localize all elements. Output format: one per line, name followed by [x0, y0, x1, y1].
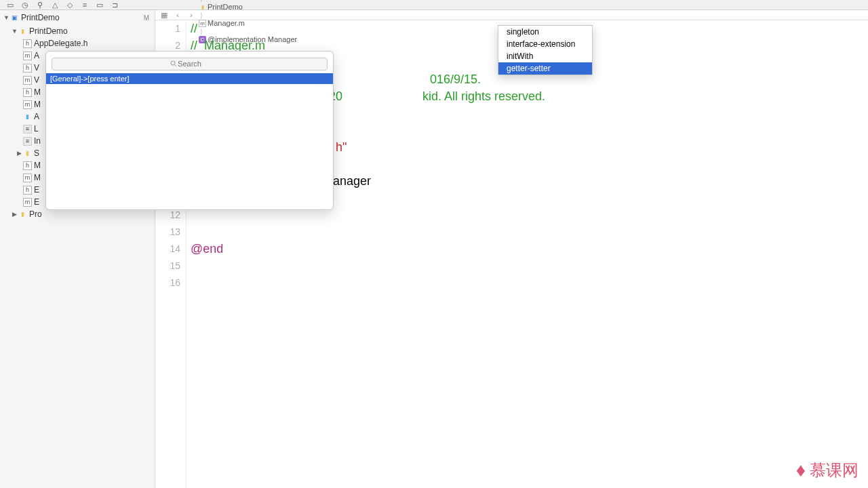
h-icon: h	[23, 161, 32, 170]
file-name: M	[34, 173, 41, 182]
warning-icon[interactable]: △	[50, 1, 60, 9]
watermark: ♦ 慕课网	[796, 460, 859, 481]
bluefolder-icon: ▮	[23, 113, 32, 121]
folder-icon: ▮	[199, 3, 206, 11]
file-row[interactable]: hAppDelegate.h	[0, 37, 155, 49]
h-icon: h	[23, 88, 32, 97]
h-icon: h	[23, 39, 32, 48]
file-name: A	[34, 51, 39, 60]
folder-icon: ▮	[18, 210, 27, 219]
file-name: In	[34, 136, 41, 146]
file-name: A	[34, 112, 39, 121]
group-row[interactable]: ▼ ▮ PrintDemo	[0, 25, 155, 37]
disclosure-icon[interactable]: ▼	[11, 28, 18, 35]
disclosure-icon[interactable]: ▶	[16, 150, 23, 157]
file-name: E	[34, 197, 39, 207]
file-name: M	[34, 87, 41, 97]
project-name: PrintDemo	[21, 13, 60, 22]
folder-icon[interactable]: ▭	[5, 1, 15, 9]
modification-badge: M	[144, 14, 149, 22]
bars-icon[interactable]: ≡	[80, 1, 90, 9]
project-icon: ▣	[10, 14, 19, 22]
file-name: E	[34, 185, 39, 195]
clock-icon[interactable]: ◷	[20, 1, 30, 9]
file-name: L	[34, 124, 39, 134]
nib-icon: ≡	[23, 125, 32, 134]
m-icon: m	[23, 198, 32, 207]
autocomplete-popup: singletoninterface-extensioninitWithgett…	[498, 25, 593, 75]
autocomplete-item[interactable]: initWith	[498, 50, 592, 62]
search-input[interactable]	[52, 58, 328, 70]
diamond-icon[interactable]: ◇	[65, 1, 75, 9]
folder-icon: ▮	[18, 27, 27, 36]
jump-bar: ▦ ‹ › ▣PrintDemo▮PrintDemomManager.mC@im…	[155, 10, 868, 20]
nib-icon: ≡	[23, 137, 32, 146]
autocomplete-item[interactable]: singleton	[498, 26, 592, 38]
window-icon[interactable]: ▭	[95, 1, 104, 9]
disclosure-icon[interactable]: ▶	[11, 211, 18, 218]
file-name: V	[34, 75, 39, 85]
file-name: M	[34, 161, 41, 170]
m-icon: m	[23, 52, 32, 60]
file-name: V	[34, 63, 39, 73]
h-icon: h	[23, 186, 32, 195]
folder-icon: ▮	[23, 149, 32, 158]
autocomplete-item[interactable]: interface-extension	[498, 38, 592, 50]
h-icon: h	[23, 64, 32, 73]
search-icon[interactable]: ⚲	[35, 1, 45, 9]
search-result-row[interactable]: [General]->[press enter]	[46, 73, 333, 84]
disclosure-icon[interactable]: ▼	[3, 14, 10, 21]
back-button[interactable]: ‹	[172, 11, 184, 19]
m-icon: m	[23, 174, 32, 182]
autocomplete-item[interactable]: getter-setter	[498, 62, 592, 75]
file-name: AppDelegate.h	[34, 39, 87, 48]
group-name: Pro	[29, 209, 42, 219]
flame-icon: ♦	[796, 460, 806, 481]
snippet-search-popover: [General]->[press enter]	[45, 51, 334, 210]
breadcrumb-label: PrintDemo	[208, 3, 243, 11]
file-name: M	[34, 100, 41, 109]
file-name: S	[34, 148, 39, 158]
project-root[interactable]: ▼ ▣ PrintDemo	[0, 10, 155, 25]
comment-icon[interactable]: ⊐	[110, 1, 119, 9]
breadcrumb-item[interactable]: ▮PrintDemo	[199, 3, 297, 11]
forward-button[interactable]: ›	[185, 11, 197, 19]
m-icon: m	[23, 100, 32, 109]
group-name: PrintDemo	[29, 26, 68, 36]
grid-icon[interactable]: ▦	[158, 11, 170, 20]
navigator-selector-bar: ▭ ◷ ⚲ △ ◇ ≡ ▭ ⊐	[0, 0, 868, 10]
m-icon: m	[23, 76, 32, 85]
